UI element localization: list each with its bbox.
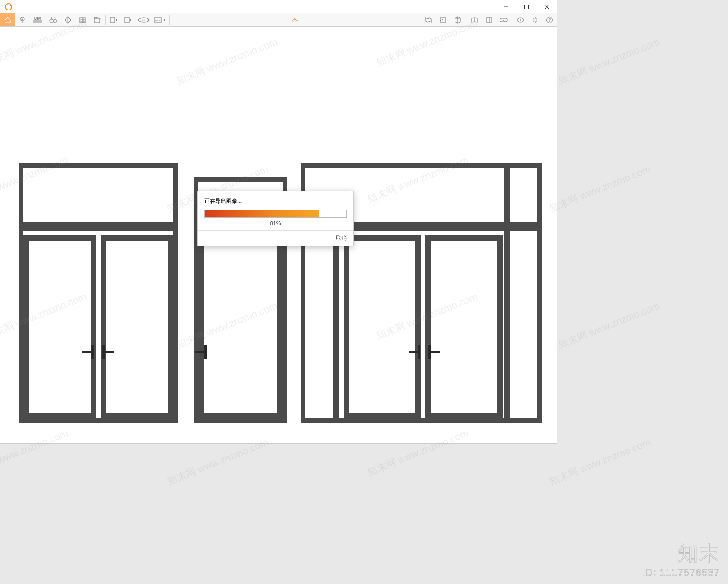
binoculars-icon[interactable] [46,13,61,26]
svg-line-39 [533,18,534,19]
titlebar [0,0,557,13]
svg-rect-22 [94,19,100,23]
panorama-360-icon[interactable]: 360 [136,13,152,26]
pin-icon[interactable] [15,13,30,26]
svg-line-14 [51,17,52,19]
export-exe-icon[interactable]: EXE [152,13,168,26]
model-door-double-transom [19,163,178,423]
brand-watermark: 知末 [678,540,720,567]
svg-text:360: 360 [142,19,147,22]
progress-fill [205,210,319,217]
app-logo-icon [3,1,14,12]
minimize-button[interactable] [495,0,516,13]
book-open-icon[interactable] [467,13,482,26]
svg-point-33 [520,19,521,21]
svg-text:?: ? [548,18,551,23]
help-icon[interactable]: ? [542,13,557,26]
import-model-icon[interactable] [106,13,121,26]
gear-icon[interactable] [528,13,542,26]
svg-point-34 [534,19,536,21]
toolbar-right: ? [419,13,557,26]
toolbar-left: BIM 360 [0,13,171,26]
toolbar-expand-chevron-icon[interactable] [292,17,298,23]
vr-headset-icon[interactable] [496,13,511,26]
eye-icon[interactable] [513,13,528,26]
viewport-3d[interactable]: 正在导出图像... 81% 取消 [0,27,557,443]
brand-id-watermark: ID: 1117576537 [642,567,720,579]
svg-text:EXE: EXE [155,19,161,22]
cancel-button[interactable]: 取消 [336,235,347,241]
svg-line-40 [537,21,538,22]
window-controls [495,0,557,13]
svg-rect-3 [524,5,528,9]
svg-rect-24 [125,17,129,23]
progress-percent-label: 81% [204,220,347,227]
export-model-icon[interactable] [121,13,136,26]
cube-3d-icon[interactable] [450,13,465,26]
svg-point-12 [50,19,53,23]
dialog-title: 正在导出图像... [204,198,347,205]
svg-point-1 [10,4,11,6]
screenshot-icon[interactable] [436,13,450,26]
svg-point-7 [22,18,23,20]
svg-point-13 [53,19,57,23]
svg-line-42 [537,18,538,19]
maximize-button[interactable] [516,0,536,13]
svg-line-41 [533,21,534,22]
building-icon[interactable] [75,13,90,26]
export-progress-dialog: 正在导出图像... 81% 取消 [197,191,354,246]
svg-line-15 [55,17,55,19]
svg-rect-23 [110,17,115,23]
app-window: BIM 360 [0,0,557,444]
svg-rect-32 [500,18,507,22]
map-icon[interactable] [421,13,436,26]
nav-cube-icon[interactable] [61,13,75,26]
layers-icon[interactable] [482,13,496,26]
progress-bar [204,210,347,218]
home-icon[interactable] [0,13,15,26]
clapper-icon[interactable] [90,13,104,26]
toolbar: BIM 360 [0,13,557,27]
bim-icon[interactable]: BIM [30,13,46,26]
close-button[interactable] [536,0,557,13]
